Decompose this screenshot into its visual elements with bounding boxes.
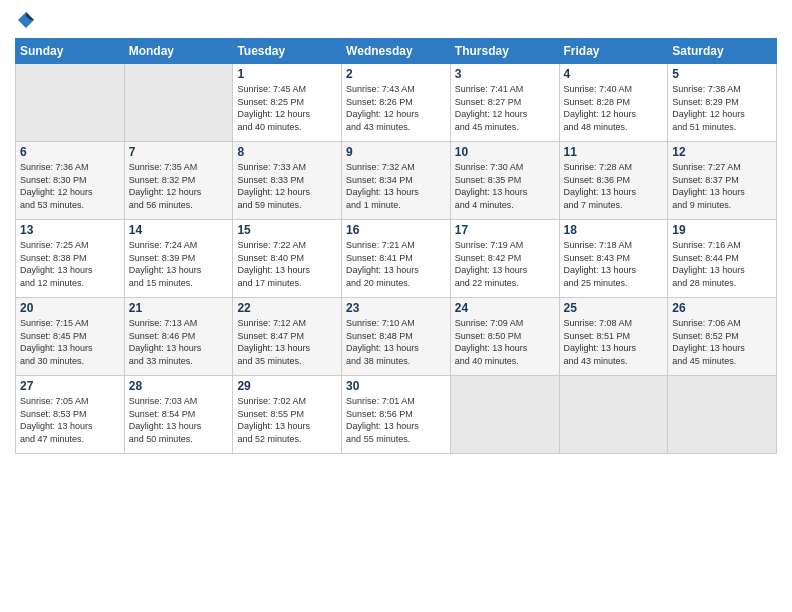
cell-content: Sunrise: 7:22 AM Sunset: 8:40 PM Dayligh… — [237, 239, 337, 289]
cell-content: Sunrise: 7:43 AM Sunset: 8:26 PM Dayligh… — [346, 83, 446, 133]
cell-content: Sunrise: 7:30 AM Sunset: 8:35 PM Dayligh… — [455, 161, 555, 211]
calendar-cell: 20Sunrise: 7:15 AM Sunset: 8:45 PM Dayli… — [16, 298, 125, 376]
week-row-2: 13Sunrise: 7:25 AM Sunset: 8:38 PM Dayli… — [16, 220, 777, 298]
day-number: 12 — [672, 145, 772, 159]
cell-content: Sunrise: 7:05 AM Sunset: 8:53 PM Dayligh… — [20, 395, 120, 445]
calendar-cell: 21Sunrise: 7:13 AM Sunset: 8:46 PM Dayli… — [124, 298, 233, 376]
cell-content: Sunrise: 7:28 AM Sunset: 8:36 PM Dayligh… — [564, 161, 664, 211]
calendar-cell: 24Sunrise: 7:09 AM Sunset: 8:50 PM Dayli… — [450, 298, 559, 376]
main-container: SundayMondayTuesdayWednesdayThursdayFrid… — [0, 0, 792, 612]
calendar-cell: 28Sunrise: 7:03 AM Sunset: 8:54 PM Dayli… — [124, 376, 233, 454]
cell-content: Sunrise: 7:03 AM Sunset: 8:54 PM Dayligh… — [129, 395, 229, 445]
calendar-cell: 3Sunrise: 7:41 AM Sunset: 8:27 PM Daylig… — [450, 64, 559, 142]
calendar-cell: 16Sunrise: 7:21 AM Sunset: 8:41 PM Dayli… — [342, 220, 451, 298]
day-number: 7 — [129, 145, 229, 159]
calendar-cell: 9Sunrise: 7:32 AM Sunset: 8:34 PM Daylig… — [342, 142, 451, 220]
calendar-cell: 30Sunrise: 7:01 AM Sunset: 8:56 PM Dayli… — [342, 376, 451, 454]
day-number: 18 — [564, 223, 664, 237]
logo-text — [15, 10, 37, 30]
day-number: 3 — [455, 67, 555, 81]
header — [15, 10, 777, 30]
day-number: 20 — [20, 301, 120, 315]
cell-content: Sunrise: 7:24 AM Sunset: 8:39 PM Dayligh… — [129, 239, 229, 289]
day-number: 22 — [237, 301, 337, 315]
cell-content: Sunrise: 7:06 AM Sunset: 8:52 PM Dayligh… — [672, 317, 772, 367]
cell-content: Sunrise: 7:36 AM Sunset: 8:30 PM Dayligh… — [20, 161, 120, 211]
cell-content: Sunrise: 7:16 AM Sunset: 8:44 PM Dayligh… — [672, 239, 772, 289]
day-number: 13 — [20, 223, 120, 237]
day-number: 21 — [129, 301, 229, 315]
cell-content: Sunrise: 7:15 AM Sunset: 8:45 PM Dayligh… — [20, 317, 120, 367]
cell-content: Sunrise: 7:27 AM Sunset: 8:37 PM Dayligh… — [672, 161, 772, 211]
col-header-tuesday: Tuesday — [233, 39, 342, 64]
day-number: 8 — [237, 145, 337, 159]
day-number: 6 — [20, 145, 120, 159]
cell-content: Sunrise: 7:40 AM Sunset: 8:28 PM Dayligh… — [564, 83, 664, 133]
day-number: 30 — [346, 379, 446, 393]
cell-content: Sunrise: 7:02 AM Sunset: 8:55 PM Dayligh… — [237, 395, 337, 445]
col-header-sunday: Sunday — [16, 39, 125, 64]
cell-content: Sunrise: 7:08 AM Sunset: 8:51 PM Dayligh… — [564, 317, 664, 367]
calendar-cell — [450, 376, 559, 454]
cell-content: Sunrise: 7:19 AM Sunset: 8:42 PM Dayligh… — [455, 239, 555, 289]
calendar-cell — [124, 64, 233, 142]
calendar-cell — [559, 376, 668, 454]
calendar-cell: 5Sunrise: 7:38 AM Sunset: 8:29 PM Daylig… — [668, 64, 777, 142]
cell-content: Sunrise: 7:32 AM Sunset: 8:34 PM Dayligh… — [346, 161, 446, 211]
cell-content: Sunrise: 7:38 AM Sunset: 8:29 PM Dayligh… — [672, 83, 772, 133]
day-number: 25 — [564, 301, 664, 315]
day-number: 2 — [346, 67, 446, 81]
day-number: 1 — [237, 67, 337, 81]
calendar-cell — [16, 64, 125, 142]
day-number: 24 — [455, 301, 555, 315]
cell-content: Sunrise: 7:25 AM Sunset: 8:38 PM Dayligh… — [20, 239, 120, 289]
day-number: 29 — [237, 379, 337, 393]
day-number: 14 — [129, 223, 229, 237]
cell-content: Sunrise: 7:12 AM Sunset: 8:47 PM Dayligh… — [237, 317, 337, 367]
calendar-cell: 22Sunrise: 7:12 AM Sunset: 8:47 PM Dayli… — [233, 298, 342, 376]
day-number: 11 — [564, 145, 664, 159]
cell-content: Sunrise: 7:09 AM Sunset: 8:50 PM Dayligh… — [455, 317, 555, 367]
day-number: 5 — [672, 67, 772, 81]
calendar-cell: 17Sunrise: 7:19 AM Sunset: 8:42 PM Dayli… — [450, 220, 559, 298]
calendar-cell: 6Sunrise: 7:36 AM Sunset: 8:30 PM Daylig… — [16, 142, 125, 220]
col-header-wednesday: Wednesday — [342, 39, 451, 64]
cell-content: Sunrise: 7:45 AM Sunset: 8:25 PM Dayligh… — [237, 83, 337, 133]
logo — [15, 10, 37, 30]
day-number: 23 — [346, 301, 446, 315]
day-number: 15 — [237, 223, 337, 237]
day-number: 17 — [455, 223, 555, 237]
calendar-cell: 7Sunrise: 7:35 AM Sunset: 8:32 PM Daylig… — [124, 142, 233, 220]
week-row-4: 27Sunrise: 7:05 AM Sunset: 8:53 PM Dayli… — [16, 376, 777, 454]
week-row-1: 6Sunrise: 7:36 AM Sunset: 8:30 PM Daylig… — [16, 142, 777, 220]
col-header-thursday: Thursday — [450, 39, 559, 64]
week-row-0: 1Sunrise: 7:45 AM Sunset: 8:25 PM Daylig… — [16, 64, 777, 142]
calendar-cell: 11Sunrise: 7:28 AM Sunset: 8:36 PM Dayli… — [559, 142, 668, 220]
cell-content: Sunrise: 7:01 AM Sunset: 8:56 PM Dayligh… — [346, 395, 446, 445]
calendar-cell: 29Sunrise: 7:02 AM Sunset: 8:55 PM Dayli… — [233, 376, 342, 454]
day-number: 19 — [672, 223, 772, 237]
day-number: 26 — [672, 301, 772, 315]
calendar-cell: 4Sunrise: 7:40 AM Sunset: 8:28 PM Daylig… — [559, 64, 668, 142]
week-row-3: 20Sunrise: 7:15 AM Sunset: 8:45 PM Dayli… — [16, 298, 777, 376]
logo-icon — [16, 10, 36, 30]
calendar-cell: 19Sunrise: 7:16 AM Sunset: 8:44 PM Dayli… — [668, 220, 777, 298]
cell-content: Sunrise: 7:41 AM Sunset: 8:27 PM Dayligh… — [455, 83, 555, 133]
calendar-cell: 18Sunrise: 7:18 AM Sunset: 8:43 PM Dayli… — [559, 220, 668, 298]
day-number: 28 — [129, 379, 229, 393]
cell-content: Sunrise: 7:33 AM Sunset: 8:33 PM Dayligh… — [237, 161, 337, 211]
calendar-cell: 23Sunrise: 7:10 AM Sunset: 8:48 PM Dayli… — [342, 298, 451, 376]
calendar-cell: 2Sunrise: 7:43 AM Sunset: 8:26 PM Daylig… — [342, 64, 451, 142]
calendar-table: SundayMondayTuesdayWednesdayThursdayFrid… — [15, 38, 777, 454]
calendar-cell: 10Sunrise: 7:30 AM Sunset: 8:35 PM Dayli… — [450, 142, 559, 220]
cell-content: Sunrise: 7:18 AM Sunset: 8:43 PM Dayligh… — [564, 239, 664, 289]
calendar-cell — [668, 376, 777, 454]
col-header-saturday: Saturday — [668, 39, 777, 64]
calendar-cell: 26Sunrise: 7:06 AM Sunset: 8:52 PM Dayli… — [668, 298, 777, 376]
calendar-cell: 12Sunrise: 7:27 AM Sunset: 8:37 PM Dayli… — [668, 142, 777, 220]
calendar-cell: 1Sunrise: 7:45 AM Sunset: 8:25 PM Daylig… — [233, 64, 342, 142]
cell-content: Sunrise: 7:10 AM Sunset: 8:48 PM Dayligh… — [346, 317, 446, 367]
day-number: 4 — [564, 67, 664, 81]
day-number: 9 — [346, 145, 446, 159]
calendar-cell: 25Sunrise: 7:08 AM Sunset: 8:51 PM Dayli… — [559, 298, 668, 376]
